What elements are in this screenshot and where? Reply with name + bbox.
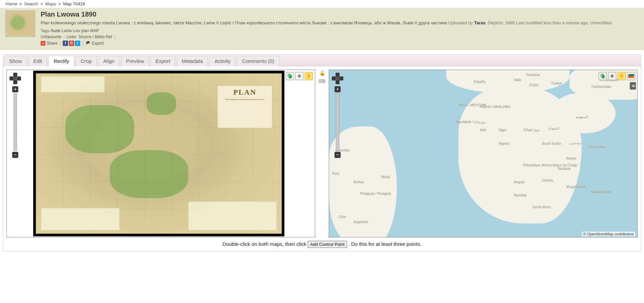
- zoom-out-button[interactable]: −: [335, 152, 341, 158]
- map-label: Algérie / ⵍⵣⵣⴰⵢⴻⵔ: [480, 105, 511, 109]
- map-label: Mali: [480, 128, 486, 132]
- map-label: Tanzania: [557, 167, 571, 170]
- tab-metadata[interactable]: Metadata: [177, 56, 208, 66]
- breadcrumb-search[interactable]: Search: [24, 1, 38, 6]
- source-nav-controls: + −: [9, 73, 21, 158]
- tab-rectify[interactable]: Rectify: [48, 56, 74, 66]
- rectify-status: Unrectified.: [590, 20, 613, 25]
- links-label: Links:: [67, 34, 77, 39]
- map-label: Mauritanie / موريتانيا: [455, 120, 485, 124]
- keyboard-shortcuts-button[interactable]: ⌨: [319, 78, 325, 84]
- pan-right-button[interactable]: [339, 76, 343, 80]
- marker-icon: [287, 73, 293, 79]
- map-label: South Africa: [533, 205, 551, 209]
- map-label: España: [474, 80, 486, 84]
- export-icon: 🏴: [85, 41, 90, 46]
- rectify-panel: + − ✥ ✋ PLAN: [3, 66, 641, 252]
- map-label: السعودية: [576, 115, 588, 119]
- pan-down-button[interactable]: [13, 80, 17, 84]
- zoom-slider[interactable]: [14, 93, 17, 151]
- reference-toolbar: ✥ ✋: [599, 72, 635, 80]
- map-label: Soomaaliya: [588, 145, 605, 149]
- pan-control: [332, 73, 343, 84]
- layer-switcher-toggle[interactable]: ◀: [630, 82, 636, 90]
- twitter-icon[interactable]: t: [75, 41, 80, 46]
- marker-icon: [600, 73, 606, 79]
- source-map[interactable]: + − ✥ ✋ PLAN: [6, 70, 315, 237]
- pan-tool[interactable]: ✋: [305, 72, 313, 80]
- breadcrumb: Home > Search > Maps > Map 70428: [0, 0, 644, 8]
- tab-show[interactable]: Show: [4, 56, 27, 66]
- pan-up-button[interactable]: [13, 73, 17, 77]
- map-label: South Sudan: [542, 142, 561, 145]
- map-label: Bolivia: [354, 180, 364, 184]
- breadcrumb-home[interactable]: Home: [5, 1, 17, 6]
- tab-comments[interactable]: Comments (0): [237, 56, 279, 66]
- tab-export[interactable]: Export: [150, 56, 175, 66]
- reference-nav-controls: + −: [332, 73, 343, 158]
- add-point-tool[interactable]: [286, 72, 294, 80]
- tab-crop[interactable]: Crop: [76, 56, 97, 66]
- source-toolbar: ✥ ✋: [286, 72, 313, 80]
- hand-icon: ✋: [306, 73, 312, 78]
- breadcrumb-maps[interactable]: Maps: [45, 1, 56, 6]
- layers-icon: [628, 74, 634, 78]
- osm-base-layer: España Italia România Ελλάς Türkiye Oʻzb…: [329, 70, 637, 237]
- base-layer-tool[interactable]: [627, 72, 635, 80]
- map-label: السودان: [548, 126, 559, 130]
- uploader-link[interactable]: Taras: [474, 20, 486, 25]
- map-label: Türkiye: [551, 81, 562, 85]
- pan-up-button[interactable]: [336, 73, 340, 77]
- last-modified-label: Last modified less than a minute ago.: [516, 20, 589, 25]
- move-icon: ✥: [610, 73, 614, 79]
- pan-right-button[interactable]: [17, 76, 21, 80]
- zoom-out-button[interactable]: −: [12, 152, 18, 158]
- pan-tool[interactable]: ✋: [618, 72, 626, 80]
- facebook-icon[interactable]: f: [63, 41, 68, 46]
- unfavourite-link[interactable]: Unfavourite: [41, 34, 61, 39]
- tags-list[interactable]: Львів Lwów Lviv plan MAP: [50, 28, 99, 33]
- google-icon[interactable]: G: [69, 41, 74, 46]
- header-export-link[interactable]: Export: [92, 41, 104, 46]
- map-label: ኢትዮጵያ: [570, 142, 582, 146]
- map-label: Chile: [338, 215, 346, 219]
- breadcrumb-current: Map 70428: [63, 1, 85, 6]
- map-label: Madagasikara: [591, 190, 613, 194]
- tab-edit[interactable]: Edit: [28, 56, 47, 66]
- reference-map[interactable]: + − ✥ ✋ ◀ España Italia România: [329, 70, 638, 237]
- pan-center-button[interactable]: [13, 76, 17, 80]
- tab-activity[interactable]: Activity: [209, 56, 236, 66]
- map-attribution: © OpenStreetMap contributors: [582, 232, 635, 236]
- map-label: Ελλάς: [530, 83, 539, 87]
- pan-down-button[interactable]: [336, 80, 340, 84]
- share-link[interactable]: Share: [47, 41, 58, 46]
- tab-bar: Show Edit Rectify Crop Align Preview Exp…: [3, 54, 641, 66]
- move-point-tool[interactable]: ✥: [608, 72, 616, 80]
- map-label: Nigeria: [499, 142, 510, 145]
- lock-maps-button[interactable]: 🔓: [319, 70, 325, 76]
- map-label: Angola: [514, 180, 524, 184]
- map-label: Italia: [514, 78, 521, 82]
- add-point-tool[interactable]: [599, 72, 607, 80]
- tab-preview[interactable]: Preview: [121, 56, 149, 66]
- zoom-slider[interactable]: [336, 93, 339, 151]
- tab-align[interactable]: Align: [98, 56, 120, 66]
- map-label: Zambia: [542, 179, 553, 182]
- scanned-map-image: PLAN królewskiego stołecznego miasta Lwo…: [33, 71, 284, 236]
- hand-icon: ✋: [619, 73, 624, 78]
- zoom-in-button[interactable]: +: [12, 86, 18, 92]
- zoom-in-button[interactable]: +: [335, 86, 341, 92]
- map-label: Namibia: [514, 193, 527, 197]
- map-label: Tchad تشاد: [523, 128, 539, 132]
- source-link[interactable]: Source / Biblio Ref: [79, 34, 112, 39]
- map-label: Paraguay / Paraguái: [360, 192, 391, 195]
- add-control-point-button[interactable]: Add Control Point: [308, 241, 347, 248]
- instruction-text: Double-click on both maps, then click Ad…: [6, 241, 638, 248]
- map-label: Kenya: [566, 157, 576, 160]
- move-point-tool[interactable]: ✥: [295, 72, 303, 80]
- map-thumbnail[interactable]: [5, 10, 35, 37]
- pan-center-button[interactable]: [336, 76, 340, 80]
- tags-label: Tags: [41, 28, 49, 33]
- addthis-icon[interactable]: +: [41, 41, 45, 46]
- move-icon: ✥: [297, 73, 301, 79]
